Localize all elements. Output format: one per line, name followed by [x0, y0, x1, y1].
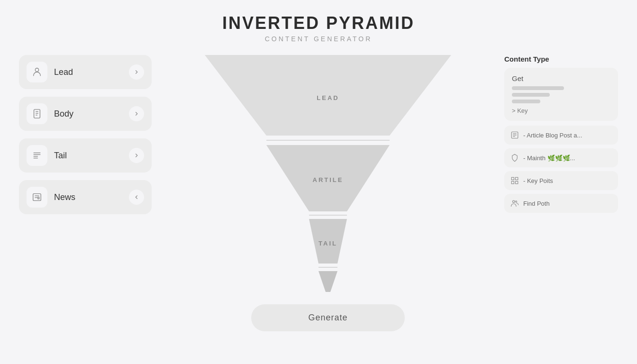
right-panel: Content Type Get > Key - Article Blog Po…: [504, 50, 618, 217]
svg-point-31: [513, 200, 515, 203]
arrow-left-icon-news: [129, 190, 144, 205]
arrow-right-icon-tail: [129, 148, 144, 163]
line-bar-3: [512, 100, 540, 103]
content-option-article[interactable]: - Article Blog Post a...: [504, 126, 618, 145]
svg-rect-29: [511, 182, 514, 184]
content-option-mainth-label: - Mainth 🌿🌿🌿...: [523, 155, 575, 162]
svg-text:ARTILE: ARTILE: [313, 176, 344, 183]
sidebar-label-body: Body: [54, 109, 122, 119]
sidebar-label-news: News: [54, 192, 122, 202]
pyramid-svg: LEAD ARTILE TAIL: [191, 50, 465, 297]
content-option-article-label: - Article Blog Post a...: [523, 132, 582, 139]
svg-rect-12: [38, 197, 39, 199]
sidebar-item-lead[interactable]: Lead: [19, 55, 152, 89]
document-icon: [27, 103, 47, 124]
generate-button[interactable]: Generate: [251, 304, 404, 331]
arrow-right-icon-body: [129, 106, 144, 121]
content-type-get-text: Get: [512, 74, 610, 82]
page-subtitle: CONTENT GENERATOR: [222, 35, 415, 43]
svg-point-32: [516, 201, 517, 202]
svg-rect-9: [33, 194, 41, 201]
header: INVERTED PYRAMID CONTENT GENERATOR: [222, 0, 415, 50]
left-sidebar: Lead Body Tail: [19, 50, 152, 214]
page-title: INVERTED PYRAMID: [222, 13, 415, 33]
content-type-key-text: > Key: [512, 107, 610, 114]
sidebar-label-tail: Tail: [54, 151, 122, 161]
svg-marker-22: [318, 271, 337, 292]
sidebar-item-tail[interactable]: Tail: [19, 138, 152, 173]
pyramid-area: LEAD ARTILE TAIL Generate: [152, 50, 504, 331]
sidebar-label-lead: Lead: [54, 67, 122, 77]
svg-point-0: [35, 68, 38, 72]
svg-rect-1: [34, 109, 40, 118]
line-bar-1: [512, 86, 564, 90]
sidebar-item-news[interactable]: News: [19, 180, 152, 214]
content-option-key-points[interactable]: - Key Poits: [504, 171, 618, 190]
arrow-right-icon: [129, 64, 144, 80]
grid-icon: [510, 176, 519, 185]
svg-text:TAIL: TAIL: [318, 240, 337, 247]
content-option-mainth[interactable]: - Mainth 🌿🌿🌿...: [504, 148, 618, 167]
content-option-find-poth[interactable]: Find Poth: [504, 194, 618, 213]
shield-icon: [510, 153, 519, 163]
people-icon: [510, 199, 519, 208]
list-icon: [27, 145, 47, 166]
svg-rect-27: [511, 177, 514, 180]
content-type-lines: [512, 86, 610, 103]
content-option-find-poth-label: Find Poth: [523, 200, 550, 207]
sidebar-item-body[interactable]: Body: [19, 97, 152, 131]
svg-rect-30: [516, 182, 518, 184]
article-icon: [510, 130, 519, 140]
svg-rect-28: [516, 177, 518, 180]
pyramid-container: LEAD ARTILE TAIL Generate: [191, 50, 465, 331]
news-icon: [27, 187, 47, 208]
main-area: Lead Body Tail: [0, 50, 637, 364]
svg-text:LEAD: LEAD: [317, 94, 339, 101]
generate-button-wrap: Generate: [251, 304, 404, 331]
content-option-key-points-label: - Key Poits: [523, 177, 553, 184]
line-bar-2: [512, 93, 550, 97]
content-type-box: Get > Key: [504, 68, 618, 121]
person-icon: [27, 62, 47, 82]
content-type-heading: Content Type: [504, 55, 618, 63]
